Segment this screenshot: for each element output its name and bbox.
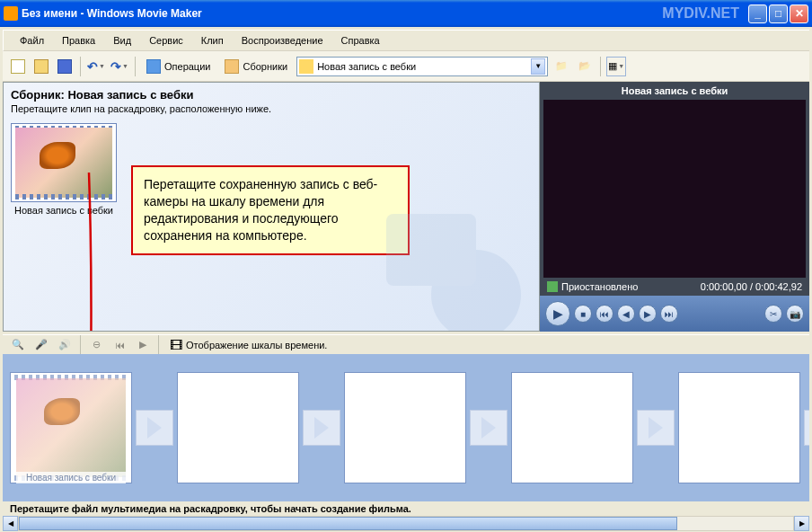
menu-help[interactable]: Справка xyxy=(332,32,389,49)
preview-controls: ▶ ■ ⏮ ◀ ▶ ⏭ ✂ 📷 xyxy=(540,296,809,332)
snapshot-button[interactable]: 📷 xyxy=(786,305,804,323)
scroll-left-button[interactable]: ◀ xyxy=(3,516,18,531)
scroll-right-button[interactable]: ▶ xyxy=(794,516,809,531)
storyboard-frame-empty[interactable] xyxy=(344,372,466,483)
preview-status-text: Приостановлено xyxy=(561,281,638,292)
storyboard-clip-label: Новая запись с вебки xyxy=(16,472,126,483)
timeline-play-button[interactable]: ▶ xyxy=(133,335,153,355)
save-button[interactable] xyxy=(55,57,75,76)
step-fwd-button[interactable]: ▶ xyxy=(639,305,657,323)
timeline-rewind-button[interactable]: ⏮ xyxy=(110,335,129,355)
tasks-icon xyxy=(146,59,161,74)
step-back-button[interactable]: ◀ xyxy=(617,305,635,323)
transition-slot[interactable] xyxy=(303,410,340,446)
open-button[interactable] xyxy=(31,57,51,76)
menu-view[interactable]: Вид xyxy=(104,32,140,49)
minimize-button[interactable]: _ xyxy=(748,4,767,23)
timeline-levels-button[interactable]: 🔊 xyxy=(55,335,75,355)
titlebar: Без имени - Windows Movie Maker MYDIV.NE… xyxy=(0,0,812,27)
nav-button[interactable]: 📂 xyxy=(575,57,595,76)
new-icon xyxy=(11,59,25,74)
save-icon xyxy=(57,59,72,74)
split-button[interactable]: ✂ xyxy=(764,305,782,323)
storyboard-frame-empty[interactable] xyxy=(678,372,800,483)
film-decoration xyxy=(350,187,530,332)
preview-time: 0:00:00,00 / 0:00:42,92 xyxy=(701,281,802,292)
undo-button[interactable]: ↶▼ xyxy=(86,57,106,76)
up-button[interactable]: 📁 xyxy=(552,57,571,76)
menu-clip[interactable]: Клип xyxy=(192,32,233,49)
redo-icon: ↷ xyxy=(110,59,121,74)
preview-video[interactable] xyxy=(543,100,806,278)
prev-button[interactable]: ⏮ xyxy=(596,305,613,323)
timeline-zoom-button[interactable]: 🔍 xyxy=(8,335,28,355)
menubar: Файл Правка Вид Сервис Клип Воспроизведе… xyxy=(3,30,809,51)
maximize-button[interactable]: □ xyxy=(769,4,788,23)
preview-statusbar: Приостановлено 0:00:00,00 / 0:00:42,92 xyxy=(540,278,809,296)
timeline-zoomout-button[interactable]: ⊖ xyxy=(86,335,106,355)
collection-pane: Сборник: Новая запись с вебки Перетащите… xyxy=(3,82,540,332)
scroll-track[interactable] xyxy=(18,516,794,531)
timeline-icon: 🎞 xyxy=(170,338,182,352)
tasks-label: Операции xyxy=(164,61,210,72)
timeline-narrate-button[interactable]: 🎤 xyxy=(31,335,51,355)
transition-slot[interactable] xyxy=(470,410,508,446)
open-icon xyxy=(34,59,49,74)
close-button[interactable]: ✕ xyxy=(790,4,808,23)
transition-slot[interactable] xyxy=(637,410,675,446)
collection-dropdown[interactable]: Новая запись с вебки ▼ xyxy=(296,57,548,76)
dropdown-arrow-icon[interactable]: ▼ xyxy=(531,58,545,75)
app-icon xyxy=(4,6,18,21)
clip-thumbnail xyxy=(11,123,117,202)
storyboard[interactable]: Новая запись с вебки xyxy=(3,354,809,501)
transition-slot[interactable] xyxy=(136,410,173,446)
storyboard-frame[interactable]: Новая запись с вебки xyxy=(10,372,132,483)
menu-tools[interactable]: Сервис xyxy=(140,32,192,49)
play-button[interactable]: ▶ xyxy=(545,301,570,326)
timeline-toggle-label: Отображение шкалы времени. xyxy=(186,340,327,350)
preview-pane: Новая запись с вебки Приостановлено 0:00… xyxy=(540,82,809,332)
storyboard-frame-empty[interactable] xyxy=(511,372,633,483)
timeline-toggle-button[interactable]: 🎞 Отображение шкалы времени. xyxy=(164,336,332,354)
menu-play[interactable]: Воспроизведение xyxy=(233,32,332,49)
timeline-toolbar: 🔍 🎤 🔊 ⊖ ⏮ ▶ 🎞 Отображение шкалы времени. xyxy=(3,334,809,354)
scroll-thumb[interactable] xyxy=(19,517,677,530)
collection-title: Сборник: Новая запись с вебки xyxy=(4,83,539,103)
svg-rect-1 xyxy=(386,214,476,286)
storyboard-hint: Перетащите файл мультимедиа на раскадров… xyxy=(3,501,809,516)
tasks-button[interactable]: Операции xyxy=(141,58,216,75)
new-button[interactable] xyxy=(8,57,28,76)
collections-icon xyxy=(225,59,239,74)
next-button[interactable]: ⏭ xyxy=(660,305,678,323)
clip-item[interactable]: Новая запись с вебки xyxy=(11,123,117,216)
preview-title: Новая запись с вебки xyxy=(540,82,809,100)
view-button[interactable]: ▦▼ xyxy=(606,57,626,76)
watermark: MYDIV.NET xyxy=(662,5,739,22)
menu-file[interactable]: Файл xyxy=(11,32,53,49)
undo-icon: ↶ xyxy=(87,59,98,74)
collection-subtitle: Перетащите клип на раскадровку, располож… xyxy=(4,103,539,123)
status-icon xyxy=(547,281,558,292)
stop-button[interactable]: ■ xyxy=(574,305,592,323)
storyboard-frame-empty[interactable] xyxy=(177,372,299,483)
redo-button[interactable]: ↷▼ xyxy=(110,57,129,76)
horizontal-scrollbar[interactable]: ◀ ▶ xyxy=(3,516,809,531)
collection-dropdown-icon xyxy=(299,59,313,74)
collection-dropdown-value: Новая запись с вебки xyxy=(317,61,531,72)
toolbar: ↶▼ ↷▼ Операции Сборники Новая запись с в… xyxy=(3,51,809,82)
window-title: Без имени - Windows Movie Maker xyxy=(22,7,662,20)
menu-edit[interactable]: Правка xyxy=(53,32,104,49)
transition-slot[interactable] xyxy=(804,410,809,446)
clip-label: Новая запись с вебки xyxy=(11,205,117,216)
collections-button[interactable]: Сборники xyxy=(219,58,293,75)
collections-label: Сборники xyxy=(243,61,287,72)
